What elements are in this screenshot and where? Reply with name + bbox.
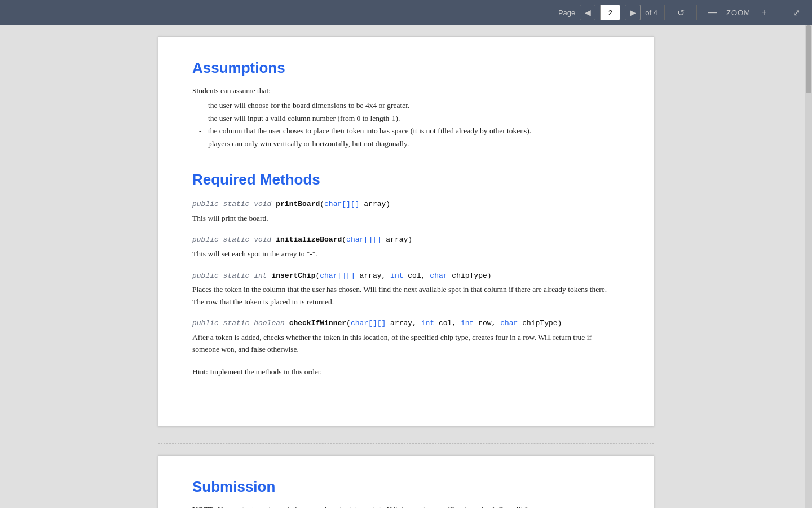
expand-button[interactable]: ⤢ (787, 5, 805, 20)
hint-text-block: Hint: Implement the methods in this orde… (192, 366, 620, 378)
code-paren: ( (342, 235, 346, 244)
code-params: array) (382, 235, 413, 244)
code-param-3: row, (474, 319, 500, 327)
code-type: char[][] (346, 235, 381, 244)
method-printboard-desc: This will print the board. (192, 212, 620, 225)
prev-page-button[interactable]: ◀ (580, 5, 595, 20)
method-checkifwinner: public static boolean checkIfWinner(char… (192, 318, 620, 356)
note-italic: you will not receive full credit for (429, 505, 533, 509)
method-initializeboard-sig: public static void initializeBoard(char[… (192, 234, 620, 246)
total-pages: of 4 (645, 8, 657, 17)
method-printboard: public static void printBoard(char[][] a… (192, 199, 620, 224)
method-checkifwinner-desc: After a token is added, checks whether t… (192, 331, 620, 356)
page-separator (158, 443, 654, 444)
toolbar-divider-2 (696, 5, 697, 20)
code-type-4: char (500, 319, 518, 327)
code-type-3: int (461, 319, 474, 327)
code-param-3: chipType) (448, 271, 492, 280)
assumptions-heading: Assumptions (192, 59, 620, 77)
code-type: char[][] (324, 200, 359, 208)
code-type-2: int (390, 271, 403, 280)
zoom-label: ZOOM (726, 8, 751, 17)
assumptions-intro: Students can assume that: (192, 85, 620, 97)
method-printboard-sig: public static void printBoard(char[][] a… (192, 199, 620, 210)
code-type-3: char (430, 271, 447, 280)
note-bold: NOTE (192, 505, 214, 509)
code-method-name: printBoard (276, 200, 320, 208)
list-item: the user will input a valid column numbe… (201, 112, 620, 125)
method-insertchip: public static int insertChip(char[][] ar… (192, 270, 620, 308)
required-methods-heading: Required Methods (192, 171, 620, 189)
code-keyword: public static void (192, 200, 276, 208)
note-strong-italic: you will not receive full credit for (429, 505, 533, 509)
code-keyword: public static void (192, 235, 276, 244)
code-keyword: public static int (192, 271, 271, 280)
zoom-out-button[interactable]: — (704, 5, 722, 20)
method-insertchip-desc: Places the token in the column that the … (192, 283, 620, 308)
code-method-name: checkIfWinner (289, 319, 346, 327)
code-param-2: col, (434, 319, 461, 327)
reset-button[interactable]: ↺ (672, 5, 690, 20)
content-area: Assumptions Students can assume that: th… (0, 25, 812, 508)
document-page-1: Assumptions Students can assume that: th… (158, 36, 654, 426)
method-checkifwinner-sig: public static boolean checkIfWinner(char… (192, 318, 620, 329)
assumptions-list: the user will choose for the board dimen… (201, 99, 620, 151)
toolbar: Page ◀ ▶ of 4 ↺ — ZOOM + ⤢ (0, 0, 812, 25)
code-param-1: array, (355, 271, 390, 280)
method-initializeboard-desc: This will set each spot in the array to … (192, 248, 620, 260)
hint-text: Hint: Implement the methods in this orde… (192, 366, 620, 378)
page-number-input[interactable] (600, 5, 620, 20)
page-label: Page (558, 8, 575, 17)
zoom-in-button[interactable]: + (755, 5, 773, 20)
toolbar-divider-3 (780, 5, 780, 20)
scrollbar-track[interactable] (805, 25, 812, 508)
method-insertchip-sig: public static int insertChip(char[][] ar… (192, 270, 620, 282)
document-page-2: Submission NOTE: Your output must match … (158, 455, 654, 509)
toolbar-divider-1 (664, 5, 665, 20)
list-item: players can only win vertically or horiz… (201, 138, 620, 151)
scrollbar-thumb[interactable] (806, 25, 811, 93)
submission-heading: Submission (192, 478, 620, 496)
code-paren: ( (320, 200, 324, 208)
method-initializeboard: public static void initializeBoard(char[… (192, 234, 620, 260)
code-method-name: initializeBoard (276, 235, 342, 244)
code-keyword: public static boolean (192, 319, 289, 327)
required-methods-section: Required Methods public static void prin… (192, 171, 620, 378)
code-param-4: chipType) (518, 319, 562, 327)
code-type-1: char[][] (351, 319, 386, 327)
next-page-button[interactable]: ▶ (625, 5, 641, 20)
list-item: the user will choose for the board dimen… (201, 99, 620, 112)
code-param-1: array, (386, 319, 421, 327)
list-item: the column that the user choses to place… (201, 125, 620, 138)
code-params: array) (359, 200, 390, 208)
code-param-2: col, (404, 271, 430, 280)
submission-note: NOTE: Your output must match the example… (192, 503, 620, 509)
code-type-2: int (421, 319, 434, 327)
code-paren: ( (346, 319, 351, 327)
code-type-1: char[][] (320, 271, 355, 280)
code-method-name: insertChip (271, 271, 315, 280)
